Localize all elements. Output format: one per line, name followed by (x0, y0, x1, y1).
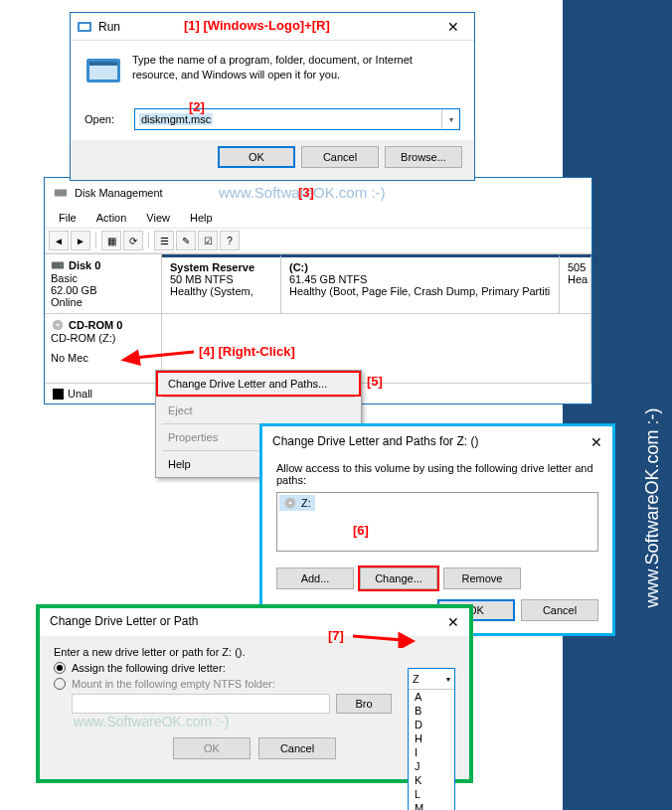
cdrom-icon (51, 318, 65, 332)
dm-toolbar: ◄ ► ▦ ⟳ ☰ ✎ ☑ ? (45, 228, 591, 253)
list-icon[interactable]: ☰ (154, 231, 174, 250)
forward-icon[interactable]: ► (71, 231, 90, 250)
svg-rect-8 (89, 62, 117, 66)
prop-icon[interactable]: ☑ (198, 231, 218, 250)
drive-letter-dropdown[interactable]: Z ▾ A B D H I J K L M N (408, 668, 455, 810)
dm-menubar: File Action View Help (45, 208, 591, 228)
svg-line-2 (353, 636, 403, 640)
partition-c[interactable]: (C:) 61.45 GB NTFS Healthy (Boot, Page F… (281, 254, 560, 313)
run-title-icon (77, 19, 92, 35)
run-input[interactable]: diskmgmt.msc ▾ (134, 108, 460, 130)
side-watermark: www.SoftwareOK.com :-) (642, 408, 663, 608)
disk0-row: Disk 0 Basic 62.00 GB Online System Rese… (45, 254, 591, 314)
browse-button: Bro (336, 694, 392, 714)
drive-entry-z[interactable]: Z: (279, 495, 315, 511)
dm-titlebar: Disk Management (45, 178, 591, 208)
run-description: Type the name of a program, folder, docu… (132, 53, 460, 90)
radio-assign-letter[interactable]: Assign the following drive letter: (54, 662, 455, 674)
annotation-7: [7] (328, 628, 344, 643)
cancel-button[interactable]: Cancel (258, 737, 336, 759)
radio-mount-folder[interactable]: Mount in the following empty NTFS folder… (54, 678, 455, 690)
radio-icon (54, 662, 66, 674)
partition-extra[interactable]: 505 Hea (560, 254, 591, 313)
chg-title-text: Change Drive Letter and Paths for Z: () (272, 434, 478, 450)
run-input-value: diskmgmt.msc (139, 113, 213, 125)
back-icon[interactable]: ◄ (49, 231, 69, 250)
hdd-icon (51, 258, 65, 272)
dm-title-text: Disk Management (75, 187, 163, 199)
letter-selected: Z (413, 673, 420, 685)
cancel-button[interactable]: Cancel (301, 146, 379, 168)
letter-option[interactable]: A (409, 690, 454, 704)
refresh-icon[interactable]: ⟳ (123, 231, 143, 250)
svg-point-10 (64, 192, 66, 194)
ok-button[interactable]: OK (173, 737, 251, 759)
menu-help[interactable]: Help (182, 210, 221, 226)
help-icon[interactable]: ? (220, 231, 240, 250)
menu-file[interactable]: File (51, 210, 84, 226)
svg-rect-5 (80, 24, 89, 30)
letter-option[interactable]: L (409, 787, 454, 801)
remove-button[interactable]: Remove (443, 567, 521, 589)
annotation-5: [5] (367, 374, 383, 389)
close-icon[interactable]: ✕ (590, 434, 602, 450)
action-icon[interactable]: ✎ (176, 231, 196, 250)
cancel-button[interactable]: Cancel (521, 599, 598, 621)
letter-option[interactable]: K (409, 773, 454, 787)
dropdown-icon[interactable]: ▾ (441, 109, 459, 129)
letter-list[interactable]: A B D H I J K L M N (409, 689, 454, 810)
annotation-6: [6] (353, 523, 369, 538)
ntfs-folder-input (72, 694, 330, 714)
run-open-label: Open: (84, 113, 124, 125)
ctx-change-drive-letter[interactable]: Change Drive Letter and Paths... (158, 373, 359, 395)
close-icon[interactable]: ✕ (447, 614, 459, 630)
annotation-4: [4] [Right-Click] (199, 344, 295, 359)
svg-line-0 (134, 352, 194, 358)
letter-option[interactable]: J (409, 759, 454, 773)
annotation-3: [3] (298, 185, 314, 200)
annotation-2: [2] (189, 99, 205, 114)
arrow-7 (348, 628, 418, 648)
menu-view[interactable]: View (138, 210, 178, 226)
ok-button[interactable]: OK (218, 146, 295, 168)
disk-icon (53, 185, 69, 201)
letter-option[interactable]: I (409, 745, 454, 759)
annotation-1: [1] [Windows-Logo]+[R] (184, 18, 330, 33)
browse-button[interactable]: Browse... (385, 146, 462, 168)
ctx-eject[interactable]: Eject (158, 400, 359, 421)
svg-point-12 (61, 264, 63, 266)
menu-action[interactable]: Action (88, 210, 135, 226)
radio-icon (54, 678, 66, 690)
detail-icon[interactable]: ▦ (101, 231, 121, 250)
chgp-watermark: www.SoftwareOK.com :-) (54, 714, 455, 729)
chg-description: Allow access to this volume by using the… (276, 462, 598, 486)
svg-marker-3 (400, 634, 413, 648)
run-dialog: Run ✕ Type the name of a program, folder… (70, 12, 475, 181)
change-button[interactable]: Change... (360, 567, 437, 589)
svg-point-14 (57, 324, 60, 327)
drive-icon (283, 496, 297, 510)
drive-list[interactable]: Z: (276, 492, 598, 552)
disk0-label[interactable]: Disk 0 Basic 62.00 GB Online (45, 254, 162, 313)
letter-option[interactable]: M (409, 801, 454, 810)
svg-marker-1 (124, 352, 139, 364)
legend-swatch (53, 389, 64, 400)
letter-option[interactable]: B (409, 704, 454, 718)
letter-option[interactable]: D (409, 718, 454, 731)
chevron-down-icon: ▾ (446, 675, 450, 684)
arrow-4 (119, 342, 199, 366)
letter-option[interactable]: H (409, 731, 454, 745)
partition-system-reserve[interactable]: System Reserve 50 MB NTFS Healthy (Syste… (162, 254, 281, 313)
svg-point-16 (289, 502, 292, 505)
add-button[interactable]: Add... (276, 567, 354, 589)
run-large-icon (84, 53, 122, 90)
close-icon[interactable]: ✕ (438, 19, 468, 35)
chgp-title-text: Change Drive Letter or Path (50, 614, 198, 630)
